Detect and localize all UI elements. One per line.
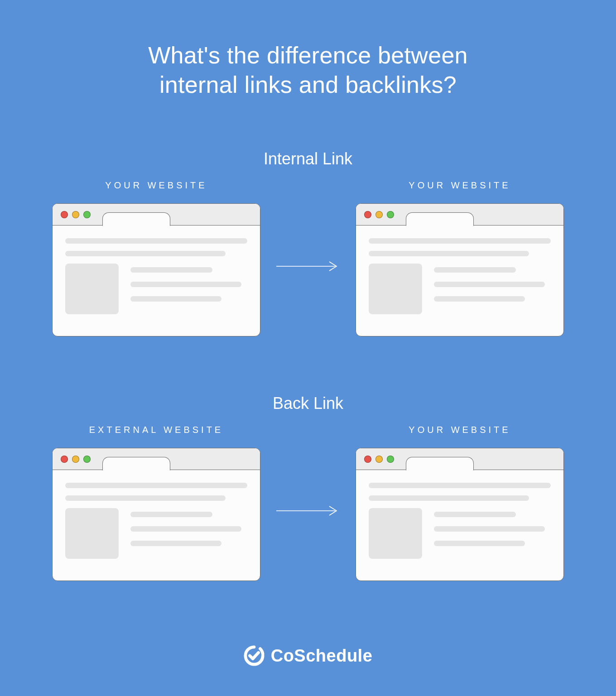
placeholder-line [65, 251, 226, 256]
placeholder-line [130, 526, 241, 532]
placeholder-line [434, 541, 525, 546]
browser-body [53, 470, 260, 581]
close-icon [61, 456, 68, 463]
placeholder-line [434, 526, 545, 532]
internal-left-col: YOUR WEBSITE [45, 180, 267, 336]
maximize-icon [387, 211, 394, 218]
maximize-icon [83, 456, 91, 463]
placeholder-line [130, 267, 212, 273]
placeholder-line [130, 512, 212, 517]
browser-tab [102, 457, 170, 470]
browser-mock [356, 203, 564, 336]
browser-body [356, 470, 563, 581]
placeholder-line [434, 296, 525, 302]
maximize-icon [83, 211, 91, 218]
placeholder-line [130, 296, 221, 302]
backlink-left-col: EXTERNAL WEBSITE [45, 425, 267, 581]
browser-title-bar [53, 448, 260, 470]
browser-body [53, 226, 260, 336]
arrow-wrap [267, 425, 349, 518]
browser-title-bar [53, 204, 260, 226]
browser-tab [406, 457, 474, 470]
minimize-icon [72, 211, 79, 218]
title-line-2: internal links and backlinks? [159, 72, 457, 98]
internal-left-label: YOUR WEBSITE [105, 180, 207, 191]
page-title: What's the difference between internal l… [0, 0, 616, 100]
backlink-right-label: YOUR WEBSITE [409, 425, 510, 435]
minimize-icon [375, 456, 383, 463]
browser-tab [406, 212, 474, 226]
internal-link-heading: Internal Link [0, 149, 616, 168]
browser-mock [52, 203, 260, 336]
placeholder-line [369, 495, 529, 501]
browser-title-bar [356, 204, 563, 226]
close-icon [364, 456, 371, 463]
placeholder-image [369, 508, 422, 559]
placeholder-image [65, 264, 119, 314]
placeholder-line [434, 282, 545, 287]
maximize-icon [387, 456, 394, 463]
close-icon [364, 211, 371, 218]
arrow-wrap [267, 180, 349, 273]
placeholder-line [369, 238, 551, 244]
internal-link-section: Internal Link YOUR WEBSITE [0, 149, 616, 336]
internal-right-label: YOUR WEBSITE [409, 180, 510, 191]
backlink-left-label: EXTERNAL WEBSITE [89, 425, 223, 435]
placeholder-line [65, 238, 247, 244]
placeholder-image [369, 264, 422, 314]
arrow-right-icon [274, 259, 342, 273]
placeholder-line [65, 495, 226, 501]
back-link-heading: Back Link [0, 394, 616, 413]
brand-name: CoSchedule [271, 646, 373, 666]
browser-body [356, 226, 563, 336]
minimize-icon [375, 211, 383, 218]
window-controls [364, 456, 394, 463]
coschedule-logo-icon [244, 645, 265, 666]
placeholder-line [369, 483, 551, 488]
window-controls [364, 211, 394, 218]
internal-right-col: YOUR WEBSITE [349, 180, 571, 336]
back-link-row: EXTERNAL WEBSITE [0, 425, 616, 581]
backlink-right-col: YOUR WEBSITE [349, 425, 571, 581]
placeholder-line [130, 541, 221, 546]
minimize-icon [72, 456, 79, 463]
title-line-1: What's the difference between [148, 42, 468, 68]
placeholder-image [65, 508, 119, 559]
browser-tab [102, 212, 170, 226]
placeholder-line [434, 267, 516, 273]
brand: CoSchedule [0, 645, 616, 666]
placeholder-line [130, 282, 241, 287]
placeholder-line [65, 483, 247, 488]
browser-mock [52, 448, 260, 581]
arrow-right-icon [274, 504, 342, 518]
placeholder-line [434, 512, 516, 517]
browser-title-bar [356, 448, 563, 470]
back-link-section: Back Link EXTERNAL WEBSITE [0, 394, 616, 581]
close-icon [61, 211, 68, 218]
internal-link-row: YOUR WEBSITE [0, 180, 616, 336]
browser-mock [356, 448, 564, 581]
placeholder-line [369, 251, 529, 256]
window-controls [61, 211, 91, 218]
window-controls [61, 456, 91, 463]
